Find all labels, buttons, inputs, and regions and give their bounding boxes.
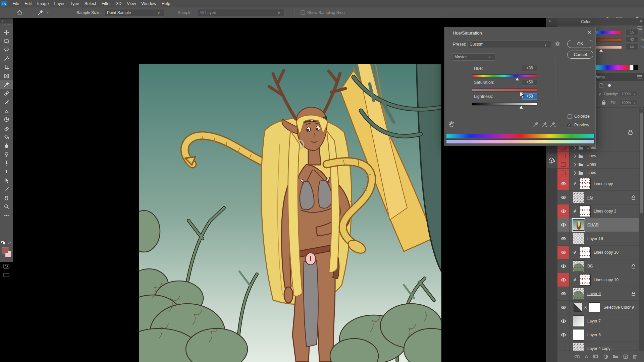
lightness-slider[interactable] — [472, 103, 537, 106]
layer-mask-thumbnail[interactable] — [589, 302, 600, 312]
close-icon[interactable]: ✕ — [587, 29, 591, 36]
color-value-input[interactable]: 60 — [625, 44, 639, 50]
tool-lasso[interactable] — [0, 45, 13, 54]
black-swatch[interactable] — [634, 65, 638, 70]
preset-dropdown[interactable]: Custom∨ — [467, 41, 551, 48]
collapsed-panel-cube-icon[interactable] — [547, 154, 557, 168]
document-canvas[interactable] — [139, 64, 441, 362]
tool-crop[interactable] — [0, 63, 13, 71]
menu-item-layer[interactable]: Layer — [51, 0, 67, 7]
menu-item-type[interactable]: Type — [67, 0, 82, 7]
layer-visibility-eye-icon[interactable] — [557, 273, 570, 287]
quick-mask-button[interactable] — [0, 262, 13, 270]
sample-dropdown[interactable]: All Layers∨ — [197, 9, 284, 16]
tool-clone-stamp[interactable] — [0, 106, 13, 115]
white-swatch[interactable] — [629, 65, 634, 70]
layer-thumbnail[interactable] — [573, 260, 584, 272]
ok-button[interactable]: OK — [567, 40, 593, 48]
photoshop-logo[interactable]: Ps — [1, 1, 7, 6]
tool-type[interactable]: T — [0, 167, 13, 176]
layer-name[interactable]: Layer 7 — [587, 319, 601, 323]
menu-item-file[interactable]: File — [10, 0, 22, 7]
layer-visibility-toggle[interactable] — [557, 152, 570, 160]
layer-group-row[interactable]: ❯ Lines — [557, 152, 639, 160]
color-value-input[interactable]: 15 — [625, 29, 639, 35]
cancel-button[interactable]: Cancel — [567, 51, 593, 59]
layer-name[interactable]: Layer 6 — [587, 291, 601, 296]
layer-name[interactable]: FG — [587, 195, 593, 200]
layer-row[interactable]: Lines copy 2 — [557, 204, 639, 218]
layer-visibility-eye-icon[interactable] — [557, 204, 570, 218]
layer-name[interactable]: CHAR — [587, 223, 599, 227]
delete-icon[interactable] — [633, 354, 637, 359]
adjustment-icon[interactable] — [603, 354, 608, 359]
group-expand-icon[interactable]: ❯ — [574, 163, 576, 166]
menu-item-3d[interactable]: 3D — [113, 0, 124, 7]
toolbar-grip[interactable] — [3, 24, 10, 27]
filter-smart-object-icon[interactable] — [599, 83, 604, 88]
menu-item-filter[interactable]: Filter — [99, 0, 114, 7]
layer-thumbnail[interactable] — [573, 329, 584, 341]
layer-visibility-eye-icon[interactable] — [557, 328, 570, 342]
layer-name[interactable]: Layer 16 — [587, 236, 603, 241]
layer-thumbnail[interactable] — [573, 192, 584, 203]
tool-paint-bucket[interactable] — [0, 132, 13, 141]
layer-visibility-eye-icon[interactable] — [557, 246, 570, 259]
saturation-slider[interactable] — [472, 88, 537, 92]
layer-name[interactable]: Lines — [586, 170, 596, 175]
layer-thumbnail[interactable] — [579, 247, 591, 258]
menu-item-image[interactable]: Image — [35, 0, 52, 7]
tool-frame[interactable] — [0, 71, 13, 80]
layer-thumbnail[interactable] — [579, 178, 591, 189]
tool-hand[interactable] — [0, 193, 13, 202]
layer-mask-icon[interactable] — [593, 354, 599, 359]
sample-size-dropdown[interactable]: Point Sample∨ — [105, 9, 164, 16]
layer-visibility-eye-icon[interactable] — [557, 177, 570, 190]
tool-chevron-icon[interactable]: ▾ — [47, 11, 49, 14]
layer-visibility-eye-icon[interactable] — [557, 232, 570, 245]
new-group-icon[interactable] — [613, 354, 619, 359]
adjustment-layer-icon[interactable] — [574, 303, 582, 312]
layer-row[interactable]: Layer 4 copy — [557, 342, 639, 351]
eyedropper-tool-icon[interactable] — [38, 10, 43, 15]
scrollbar-thumb[interactable] — [640, 113, 643, 213]
fill-dropdown[interactable]: 100%∨ — [620, 100, 637, 106]
layer-row[interactable]: Layer 16 — [557, 232, 639, 246]
layer-visibility-toggle[interactable] — [557, 160, 570, 168]
layer-row[interactable]: FG — [557, 191, 639, 204]
channel-dropdown[interactable]: Master∨ — [452, 53, 495, 61]
layer-name[interactable]: Lines copy 2 — [594, 209, 616, 214]
new-layer-icon[interactable] — [623, 354, 628, 359]
layer-row[interactable]: Layer 5 — [557, 328, 639, 342]
layer-name[interactable]: BG — [587, 264, 593, 268]
toolbar-collapse[interactable]: » — [0, 18, 13, 23]
tool-eraser[interactable] — [0, 124, 13, 132]
filter-toggle-icon[interactable] — [608, 84, 611, 87]
gear-icon[interactable] — [555, 41, 560, 47]
colorize-checkbox[interactable] — [568, 114, 572, 119]
layer-name[interactable]: Layer 5 — [587, 333, 601, 337]
tool-rectangular-marquee[interactable] — [0, 37, 13, 45]
layer-name[interactable]: Lines — [586, 154, 596, 158]
tool-edit-toolbar[interactable] — [0, 211, 13, 220]
default-colors-icon[interactable] — [1, 241, 5, 245]
tool-history-brush[interactable] — [0, 115, 13, 124]
link-icon[interactable] — [574, 355, 580, 359]
layer-visibility-toggle[interactable] — [557, 169, 570, 177]
menu-item-window[interactable]: Window — [139, 0, 159, 7]
layer-row[interactable]: Lines copy — [557, 177, 639, 191]
on-image-adjustment-icon[interactable] — [448, 121, 455, 128]
tool-path-selection[interactable] — [0, 176, 13, 185]
lock-icon[interactable] — [602, 100, 606, 105]
layer-visibility-eye-icon[interactable] — [557, 287, 570, 300]
screen-mode-button[interactable] — [0, 271, 13, 279]
tool-blur[interactable] — [0, 141, 13, 150]
layer-visibility-toggle[interactable] — [557, 342, 570, 351]
adjusted-color-ramp[interactable] — [446, 139, 595, 144]
layers-panel-menu-icon[interactable] — [637, 75, 642, 79]
layer-group-row[interactable]: ❯ Lines — [557, 160, 639, 169]
tool-brush[interactable] — [0, 98, 13, 106]
panel-collapse-icon[interactable]: » — [640, 19, 642, 23]
home-icon[interactable] — [17, 10, 22, 15]
layer-row[interactable]: Layer 7 — [557, 314, 639, 328]
